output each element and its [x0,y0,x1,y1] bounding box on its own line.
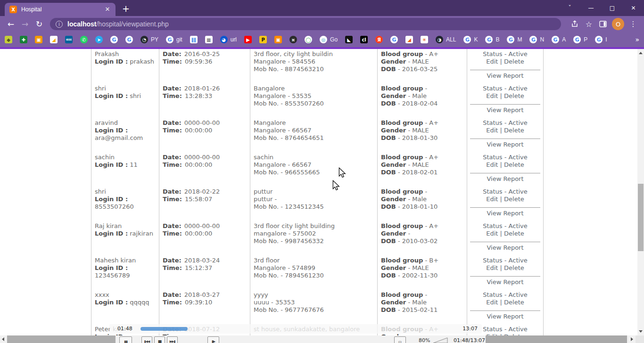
bookmark-item[interactable]: ▦ [205,36,213,43]
seekbar-progress[interactable] [140,327,188,331]
bookmark-item[interactable]: ▶ [244,36,252,43]
bookmark-item[interactable]: GP [573,36,587,43]
bookmark-item[interactable]: ✆ [80,36,88,43]
bookmark-item[interactable]: ✳ [421,36,428,43]
share-icon[interactable] [568,17,582,31]
bookmark-item[interactable]: IEEE [65,36,73,43]
new-tab-button[interactable]: + [122,3,130,14]
scroll-left-icon[interactable] [2,337,4,341]
pause-button[interactable]: ▮▮ [119,336,132,343]
maximize-button[interactable]: □ [602,0,623,16]
date-time-cell: Date:2018-02-22 Time:15:58:07 [159,187,250,221]
bookmarks-overflow-chevron[interactable]: » [635,36,639,43]
horizontal-scroll-thumb-left[interactable] [7,335,116,343]
horizontal-scroll-thumb-right[interactable] [486,335,627,343]
delete-link[interactable]: Delete [504,230,524,237]
side-panel-icon[interactable] [596,17,610,31]
bookmark-item[interactable]: G [125,36,133,43]
step-button[interactable]: ▮▶ [207,336,219,343]
delete-link[interactable]: Delete [504,92,524,99]
minimize-button[interactable]: — [580,0,602,16]
bookmark-item[interactable]: ◆ [5,36,12,43]
volume-wedge-icon[interactable] [433,336,448,343]
bookmark-item[interactable]: ▣ [35,36,42,43]
browser-tab[interactable]: X Hospital ✕ [5,3,116,16]
address-bar[interactable]: i localhost/hospital/viewpatient.php [50,18,561,30]
player-seekbar[interactable]: 01:48 13:07 [109,324,482,334]
bookmark-item[interactable]: ◔PY [140,36,158,43]
bookmark-item[interactable]: ¤ [289,36,297,43]
bookmark-item[interactable]: ◢ [405,36,413,43]
scroll-right-icon[interactable] [631,337,633,341]
profile-avatar[interactable]: O [612,18,624,30]
delete-link[interactable]: Delete [504,264,524,271]
next-button[interactable]: ▶▶▮ [167,336,178,343]
bookmark-item[interactable]: ◎Go [320,36,338,43]
edit-link[interactable]: Edit [486,264,498,271]
bookmark-item[interactable]: ➤ [95,36,103,43]
bookmark-item[interactable]: ∥∥ [190,36,198,43]
bookmark-item[interactable]: Я [375,36,383,43]
close-window-button[interactable]: ✕ [623,0,644,16]
bookmark-item[interactable]: ◕url [220,36,237,43]
bookmark-item[interactable]: P [259,36,267,43]
bookmark-item[interactable]: ◑ALL [436,36,456,43]
edit-link[interactable]: Edit [486,58,498,65]
view-report-link[interactable]: View Report [469,313,541,320]
bookmark-item[interactable]: G [110,36,118,43]
view-report-link[interactable]: View Report [469,141,541,148]
bookmark-item[interactable]: ◯ [305,36,312,43]
tab-search-chevron-icon[interactable]: ˇ [559,0,580,16]
edit-link[interactable]: Edit [486,161,498,168]
bookmark-item[interactable]: G [390,36,398,43]
fit-window-button[interactable]: ▭ [394,336,406,343]
bookmark-item[interactable]: GN [529,36,544,43]
bookmark-item[interactable]: ✚ [20,36,27,43]
patient-login: Login ID : prakash [95,58,156,65]
previous-button[interactable]: ▮◀◀ [141,336,152,343]
view-report-link[interactable]: View Report [469,278,541,286]
spiral-icon: ◎ [320,36,327,43]
edit-link[interactable]: Edit [486,230,498,237]
edit-link[interactable]: Edit [486,127,498,134]
tab-close-icon[interactable]: ✕ [103,5,112,14]
view-report-link[interactable]: View Report [469,210,541,217]
bookmark-item[interactable]: GA [552,36,566,43]
bookmark-item[interactable]: cl [360,36,368,43]
scroll-up-icon[interactable] [639,52,643,54]
delete-link[interactable]: Delete [504,127,524,134]
edit-link[interactable]: Edit [486,92,498,99]
bookmark-star-icon[interactable]: ☆ [582,17,596,31]
bookmark-item[interactable]: GK [463,36,478,43]
view-report-link[interactable]: View Report [469,106,541,114]
bookmark-item[interactable]: ◢ [50,36,58,43]
delete-link[interactable]: Delete [504,299,524,306]
edit-link[interactable]: Edit [486,299,498,306]
view-report-link[interactable]: View Report [469,175,541,183]
menu-kebab-icon[interactable]: ⋮ [626,17,640,31]
patient-name-cell: shri Login ID : 8553507260 [91,187,159,221]
delete-link[interactable]: Delete [504,161,524,168]
address-cell: Mangalore Mangalore - 66567 Mob No. - 87… [250,118,377,152]
bookmark-item[interactable]: GM [507,36,522,43]
bookmark-item[interactable]: Ggit [166,36,182,43]
spider-icon: ✳ [421,36,428,43]
stop-button[interactable]: ■ [154,336,165,343]
scroll-down-icon[interactable] [639,330,643,333]
reload-button[interactable]: ↻ [32,17,46,31]
delete-link[interactable]: Delete [504,196,524,203]
patient-name: shri [95,85,156,92]
delete-link[interactable]: Delete [504,58,524,65]
bookmark-item[interactable]: GB [485,36,499,43]
back-button[interactable]: ← [4,17,18,31]
bookmark-item[interactable]: GI [595,36,607,43]
forward-button[interactable]: → [18,17,32,31]
vertical-scroll-thumb[interactable] [638,184,644,251]
site-info-icon[interactable]: i [56,21,63,28]
bookmark-item[interactable]: ▣ [274,36,282,43]
view-report-link[interactable]: View Report [469,72,541,80]
vertical-scrollbar[interactable] [637,49,644,335]
edit-link[interactable]: Edit [486,196,498,203]
bookmark-item[interactable]: ◣ [345,36,353,43]
view-report-link[interactable]: View Report [469,244,541,252]
